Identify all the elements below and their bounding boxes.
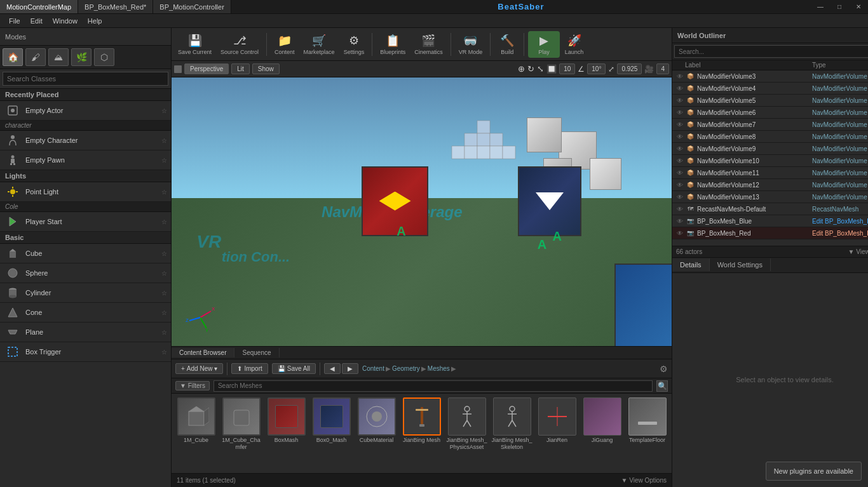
tab-bp-boxmesh-red[interactable]: BP_BoxMesh_Red* (78, 0, 153, 13)
eye-icon-bp-red[interactable]: 👁 (675, 228, 685, 238)
asset-jianbing-skeleton[interactable]: JianBing Mesh_ Skeleton (491, 397, 532, 451)
save-current-button[interactable]: 💾 Save Current (174, 32, 215, 57)
angle-snap-icon[interactable]: ∠ (578, 65, 585, 74)
rotate-icon[interactable]: ↻ (527, 64, 534, 74)
blueprints-button[interactable]: 📋 Blueprints (376, 32, 409, 57)
view-options-btn-outliner[interactable]: ▼ View Options (848, 248, 868, 255)
scale-snap-icon[interactable]: ⤢ (608, 65, 614, 74)
search-classes-input[interactable] (3, 72, 168, 86)
eye-icon-nmv8[interactable]: 👁 (675, 131, 685, 142)
search-meshes-input[interactable] (214, 380, 653, 392)
outliner-row-bp-blue[interactable]: 👁 📷 BP_BoxMesh_Blue Edit BP_BoxMesh_Blue (672, 215, 868, 227)
place-item-point-light[interactable]: Point Light ☆ (0, 182, 171, 202)
place-item-cube[interactable]: Cube ☆ (0, 244, 171, 264)
scale-val[interactable]: 0.925 (617, 63, 642, 74)
eye-icon-nmv12[interactable]: 👁 (675, 180, 685, 190)
outliner-row-nmv11[interactable]: 👁 📦 NavModifierVolume11 NavModifierVolum… (672, 167, 868, 179)
place-item-cone[interactable]: Cone ☆ (0, 303, 171, 323)
place-item-empty-character[interactable]: Empty Character ☆ (0, 131, 171, 150)
import-button[interactable]: ⬆ Import (231, 363, 268, 374)
mode-place[interactable]: 🏠 (3, 48, 23, 66)
outliner-row-recast[interactable]: 👁 🗺 RecastNavMesh-Default RecastNavMesh (672, 203, 868, 215)
asset-template-floor[interactable]: TemplateFloor (627, 397, 668, 444)
eye-icon-nmv5[interactable]: 👁 (675, 95, 685, 105)
place-item-player-start[interactable]: Player Start ☆ (0, 212, 171, 232)
menu-file[interactable]: File (4, 16, 25, 26)
eye-icon-nmv13[interactable]: 👁 (675, 192, 685, 202)
outliner-row-nmv10[interactable]: 👁 📦 NavModifierVolume10 NavModifierVolum… (672, 155, 868, 167)
eye-icon-nmv9[interactable]: 👁 (675, 143, 685, 154)
plugin-notification[interactable]: New plugins are available (766, 462, 862, 481)
save-all-button[interactable]: 💾 Save All (272, 363, 316, 374)
maximize-button[interactable]: □ (830, 0, 849, 14)
blue-cube[interactable] (518, 166, 581, 236)
path-content[interactable]: Content (362, 365, 384, 372)
outliner-row-nmv13[interactable]: 👁 📦 NavModifierVolume13 NavModifierVolum… (672, 191, 868, 203)
viewport[interactable]: NavMesh Coverage VR tion Con... (172, 77, 672, 346)
cinematics-button[interactable]: 🎬 Cinematics (410, 32, 447, 57)
add-new-button[interactable]: + Add New ▾ (175, 363, 223, 374)
outliner-row-nmv5[interactable]: 👁 📦 NavModifierVolume5 NavModifierVolume (672, 95, 868, 107)
asset-jiguang[interactable]: JiGuang (581, 397, 623, 444)
outliner-search-input[interactable] (674, 45, 868, 58)
settings-button[interactable]: ⚙ Settings (340, 32, 369, 57)
asset-boxmash[interactable]: BoxMash (266, 397, 307, 444)
place-item-sphere[interactable]: Sphere ☆ (0, 264, 171, 283)
asset-1m-cube[interactable]: 1M_Cube (175, 397, 217, 444)
scale-icon[interactable]: ⤡ (537, 64, 544, 74)
camera-icon[interactable]: 🎥 (644, 65, 654, 74)
eye-icon-nmv7[interactable]: 👁 (675, 119, 685, 130)
tab-bp-motion-controller[interactable]: BP_MotionController (153, 0, 231, 13)
marketplace-button[interactable]: 🛒 Marketplace (300, 32, 339, 57)
browser-settings-icon[interactable]: ⚙ (660, 364, 668, 374)
outliner-row-nmv4[interactable]: 👁 📦 NavModifierVolume4 NavModifierVolume (672, 83, 868, 95)
lit-button[interactable]: Lit (231, 63, 250, 74)
eye-icon-recast[interactable]: 👁 (675, 204, 685, 214)
tab-motion-controller-map[interactable]: MotionControllerMap (0, 0, 78, 13)
grid-snap-val[interactable]: 10 (559, 63, 575, 74)
build-button[interactable]: 🔨 Build (494, 32, 520, 57)
asset-cube-material[interactable]: CubeMaterial (356, 397, 397, 444)
asset-jianren[interactable]: JianRen (536, 397, 578, 444)
menu-window[interactable]: Window (48, 16, 83, 26)
content-browser-tab[interactable]: Content Browser (172, 348, 234, 357)
outliner-row-nmv9[interactable]: 👁 📦 NavModifierVolume9 NavModifierVolume (672, 143, 868, 155)
back-button[interactable]: ◀ (324, 363, 341, 374)
menu-help[interactable]: Help (83, 16, 107, 26)
red-cube[interactable] (362, 166, 428, 236)
mode-landscape[interactable]: ⛰ (48, 48, 69, 66)
eye-icon-nmv4[interactable]: 👁 (675, 83, 685, 93)
launch-button[interactable]: 🚀 Launch (561, 32, 588, 57)
vr-mode-button[interactable]: 🥽 VR Mode (455, 32, 487, 57)
place-item-plane[interactable]: Plane ☆ (0, 323, 171, 342)
mode-geometry[interactable]: ⬡ (94, 48, 114, 66)
snap-icon[interactable]: 🔲 (546, 64, 557, 74)
path-geometry[interactable]: Geometry (392, 365, 420, 372)
eye-icon-nmv3[interactable]: 👁 (675, 71, 685, 81)
perspective-button[interactable]: Perspective (184, 63, 229, 74)
content-button[interactable]: 📁 Content (271, 32, 299, 57)
world-settings-tab[interactable]: World Settings (710, 258, 771, 271)
eye-icon-nmv10[interactable]: 👁 (675, 156, 685, 166)
eye-icon-bp-blue[interactable]: 👁 (675, 216, 685, 226)
show-button[interactable]: Show (252, 63, 280, 74)
angle-val[interactable]: 10° (587, 63, 606, 74)
asset-jianbing-physics[interactable]: JianBing Mesh_ PhysicsAsset (446, 397, 487, 451)
filters-button[interactable]: ▼ Filters (175, 381, 210, 390)
sequence-tab[interactable]: Sequence (234, 348, 279, 357)
outliner-row-nmv12[interactable]: 👁 📦 NavModifierVolume12 NavModifierVolum… (672, 179, 868, 191)
eye-icon-nmv6[interactable]: 👁 (675, 107, 685, 117)
place-item-cylinder[interactable]: Cylinder ☆ (0, 283, 171, 303)
outliner-row-nmv7[interactable]: 👁 📦 NavModifierVolume7 NavModifierVolume (672, 119, 868, 131)
outliner-row-nmv3[interactable]: 👁 📦 NavModifierVolume3 NavModifierVolume (672, 70, 868, 83)
source-control-button[interactable]: ⎇ Source Control (217, 32, 262, 57)
outliner-row-bp-red[interactable]: 👁 📷 BP_BoxMesh_Red Edit BP_BoxMesh_Red (672, 227, 868, 239)
transform-icon[interactable]: ⊕ (518, 64, 525, 74)
camera-speed-val[interactable]: 4 (656, 63, 669, 74)
outliner-row-nmv6[interactable]: 👁 📦 NavModifierVolume6 NavModifierVolume (672, 107, 868, 119)
forward-button[interactable]: ▶ (342, 363, 358, 374)
place-item-empty-pawn[interactable]: Empty Pawn ☆ (0, 150, 171, 170)
place-item-empty-actor[interactable]: Empty Actor ☆ (0, 101, 171, 121)
viewport-menu-icon[interactable] (174, 65, 182, 73)
mode-foliage[interactable]: 🌿 (71, 48, 92, 66)
